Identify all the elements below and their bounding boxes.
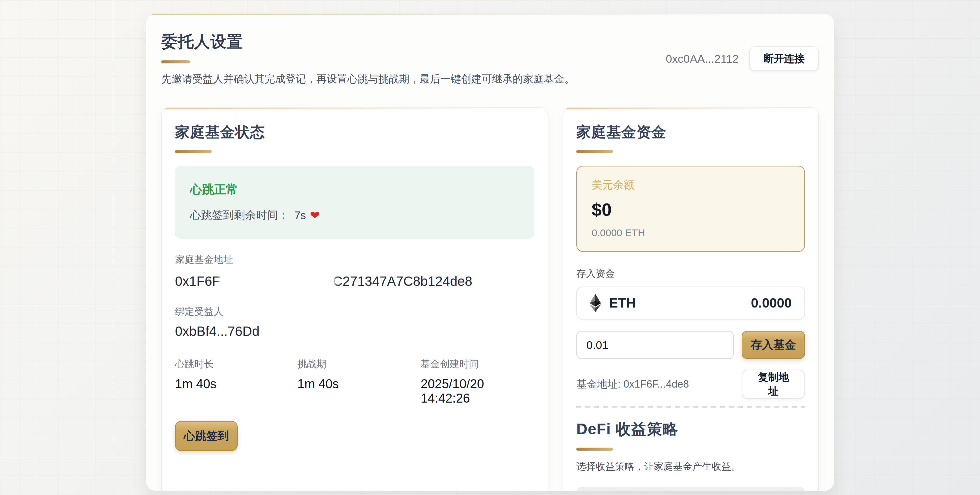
heartbeat-remaining-label: 心跳签到剩余时间： [190,208,289,223]
usd-balance-label: 美元余额 [592,178,790,192]
fund-status-card-title: 家庭基金状态 [175,122,535,142]
usd-balance-value: $0 [592,199,790,220]
stat-value: 1m 40s [175,377,298,391]
token-symbol: ETH [609,295,636,311]
heartbeat-remaining-line: 心跳签到剩余时间： 7s ❤ [190,208,519,223]
fund-money-card: 家庭基金资金 美元余额 $0 0.0000 ETH 存入资金 [563,107,819,491]
stat-value: 1m 40s [298,377,421,391]
card-accent-bar [576,150,613,153]
page-title: 委托人设置 [161,31,575,53]
copy-address-button[interactable]: 复制地址 [742,370,805,399]
deposit-button[interactable]: 存入基金 [742,331,805,359]
defi-accent-bar [576,448,613,450]
fund-address-row: 基金地址: 0x1F6F...4de8 复制地址 [576,370,805,399]
token-balance-row: ETH 0.0000 [576,286,805,319]
deposit-section-label: 存入资金 [576,267,805,281]
fund-address-short: 基金地址: 0x1F6F...4de8 [576,377,689,391]
content-columns: 家庭基金状态 心跳正常 心跳签到剩余时间： 7s ❤ 家庭基金地址 0x1F6F… [161,107,819,491]
header-left: 委托人设置 先邀请受益人并确认其完成登记，再设置心跳与挑战期，最后一键创建可继承… [161,31,575,86]
title-accent-bar [161,61,190,63]
defi-section-subtitle: 选择收益策略，让家庭基金产生收益。 [576,460,805,473]
usd-balance-box: 美元余额 $0 0.0000 ETH [576,166,805,252]
defi-section-title: DeFi 收益策略 [576,419,805,440]
token-balance: 0.0000 [751,295,792,311]
heartbeat-checkin-button[interactable]: 心跳签到 [175,421,238,451]
heartbeat-remaining-value: 7s [294,209,306,222]
fund-address-suffix: C271347A7C8b124de8 [333,274,473,289]
deposit-amount-row: 存入基金 [576,331,805,359]
page-subtitle: 先邀请受益人并确认其完成登记，再设置心跳与挑战期，最后一键创建可继承的家庭基金。 [161,72,575,86]
fund-money-card-title: 家庭基金资金 [576,122,805,142]
disconnect-button[interactable]: 断开连接 [749,46,819,71]
fund-status-card: 家庭基金状态 心跳正常 心跳签到剩余时间： 7s ❤ 家庭基金地址 0x1F6F… [161,107,548,491]
dashed-divider [576,406,805,407]
stat-fund-created-time: 基金创建时间 2025/10/20 14:42:26 [421,358,535,406]
stat-label: 心跳时长 [175,358,298,371]
wallet-section: 0xc0AA...2112 断开连接 [666,46,819,71]
wallet-address: 0xc0AA...2112 [666,53,739,65]
main-panel: 委托人设置 先邀请受益人并确认其完成登记，再设置心跳与挑战期，最后一键创建可继承… [146,13,834,491]
fund-address-label: 家庭基金地址 [175,253,535,267]
fund-address-value: 0x1F6FC271347A7C8b124de8 [175,272,535,291]
heartbeat-status-text: 心跳正常 [190,182,519,198]
stat-label: 基金创建时间 [421,358,535,371]
stat-challenge-period: 挑战期 1m 40s [298,358,421,406]
eth-balance-value: 0.0000 ETH [592,227,790,238]
eth-icon [590,294,601,312]
header: 委托人设置 先邀请受益人并确认其完成登记，再设置心跳与挑战期，最后一键创建可继承… [161,31,819,86]
stat-value: 2025/10/20 14:42:26 [421,377,535,406]
fund-address-prefix: 0x1F6F [175,274,220,289]
deposit-amount-input[interactable] [576,331,733,359]
stat-label: 挑战期 [298,358,421,371]
beneficiary-value: 0xbBf4...76Dd [175,324,535,339]
fund-stats-grid: 心跳时长 1m 40s 挑战期 1m 40s 基金创建时间 2025/10/20… [175,358,535,406]
beneficiary-label: 绑定受益人 [175,305,535,319]
strategy-dropdown[interactable]: Aave Lending 7.5% APR ▼ [576,487,805,491]
stat-heartbeat-duration: 心跳时长 1m 40s [175,358,298,406]
heartbeat-status-box: 心跳正常 心跳签到剩余时间： 7s ❤ [175,166,535,238]
address-redaction-mask [221,271,332,291]
heart-icon: ❤ [310,209,320,222]
card-accent-bar [175,150,212,153]
page-background: 委托人设置 先邀请受益人并确认其完成登记，再设置心跳与挑战期，最后一键创建可继承… [0,0,980,495]
